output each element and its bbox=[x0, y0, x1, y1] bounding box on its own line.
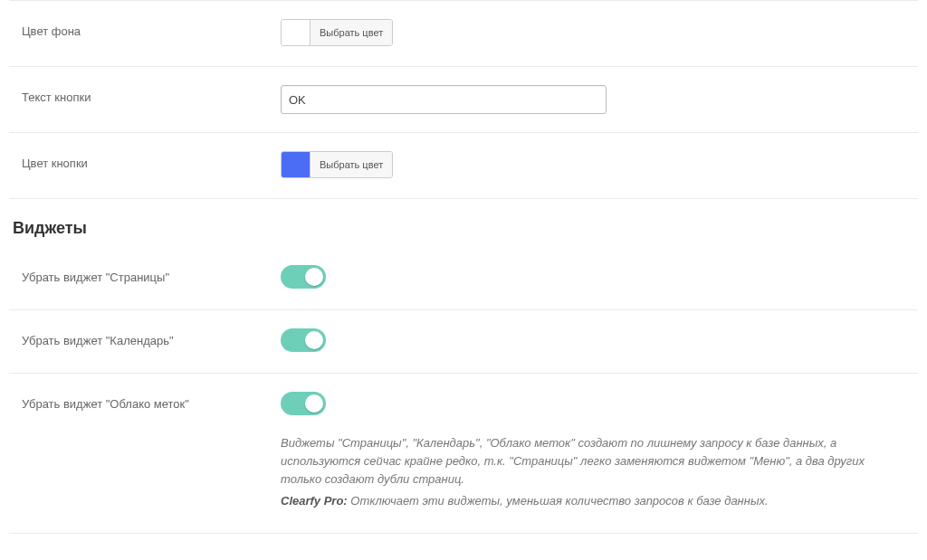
button-text-input[interactable] bbox=[281, 85, 607, 114]
color-swatch-icon bbox=[282, 152, 311, 177]
color-swatch-icon bbox=[282, 20, 311, 45]
widgets-description: Виджеты "Страницы", "Календарь", "Облако… bbox=[281, 434, 869, 511]
row-widget-pages: Убрать виджет "Страницы" bbox=[9, 247, 918, 310]
desc-bold: Clearfy Pro: bbox=[281, 494, 348, 508]
desc-line-1: Виджеты "Страницы", "Календарь", "Облако… bbox=[281, 434, 869, 489]
toggle-widget-calendar[interactable] bbox=[281, 328, 326, 352]
label-widget-pages: Убрать виджет "Страницы" bbox=[9, 265, 281, 289]
button-color-picker[interactable]: Выбрать цвет bbox=[281, 151, 393, 178]
label-widget-calendar: Убрать виджет "Календарь" bbox=[9, 328, 281, 353]
section-title-widgets: Виджеты bbox=[0, 199, 918, 247]
label-button-color: Цвет кнопки bbox=[9, 151, 281, 176]
desc-line-2: Clearfy Pro: Отключает эти виджеты, умен… bbox=[281, 492, 869, 510]
label-widget-tagcloud: Убрать виджет "Облако меток" bbox=[9, 392, 281, 416]
row-button-text: Текст кнопки bbox=[9, 67, 918, 133]
row-button-color: Цвет кнопки Выбрать цвет bbox=[9, 133, 918, 199]
row-widget-tagcloud: Убрать виджет "Облако меток" Виджеты "Ст… bbox=[9, 374, 918, 534]
button-color-button[interactable]: Выбрать цвет bbox=[311, 152, 392, 177]
label-button-text: Текст кнопки bbox=[9, 85, 281, 109]
row-widget-calendar: Убрать виджет "Календарь" bbox=[9, 310, 918, 374]
toggle-widget-tagcloud[interactable] bbox=[281, 392, 326, 415]
desc-rest: Отключает эти виджеты, уменьшая количест… bbox=[348, 494, 769, 508]
row-bg-color: Цвет фона Выбрать цвет bbox=[9, 1, 918, 67]
bg-color-button[interactable]: Выбрать цвет bbox=[311, 20, 392, 45]
bg-color-picker[interactable]: Выбрать цвет bbox=[281, 19, 393, 46]
toggle-widget-pages[interactable] bbox=[281, 265, 326, 289]
label-bg-color: Цвет фона bbox=[9, 19, 281, 43]
